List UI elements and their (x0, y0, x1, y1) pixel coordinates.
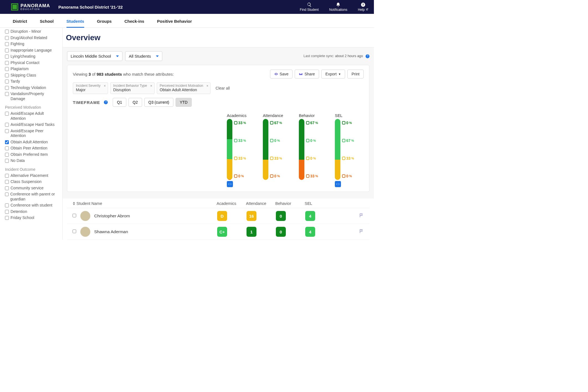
share-button[interactable]: Share (295, 70, 319, 78)
filter-checkbox[interactable] (5, 123, 9, 127)
print-button[interactable]: Print (347, 70, 364, 78)
sort-column[interactable]: Student Name (73, 201, 217, 206)
filter-option[interactable]: Conference with student (5, 203, 60, 208)
filter-checkbox[interactable] (5, 49, 9, 52)
filter-checkbox[interactable] (5, 67, 9, 71)
pct-checkbox-icon[interactable] (234, 157, 237, 160)
filter-option[interactable]: Disruption - Minor (5, 29, 60, 34)
filter-checkbox[interactable] (5, 73, 9, 77)
clear-all-button[interactable]: Clear all (215, 86, 230, 90)
table-row[interactable]: Christopher AbromD1604 (67, 208, 369, 224)
chart-expand-icon[interactable] (227, 181, 233, 187)
pct-checkbox-icon[interactable] (306, 174, 309, 178)
chart-pct[interactable]: 33% (270, 156, 282, 161)
filter-checkbox[interactable] (5, 180, 9, 184)
tab-check-ins[interactable]: Check-ins (124, 19, 144, 27)
tab-groups[interactable]: Groups (97, 19, 112, 27)
pct-checkbox-icon[interactable] (342, 121, 345, 124)
filter-option[interactable]: Alternative Placement (5, 173, 60, 178)
filter-option[interactable]: Fighting (5, 42, 60, 47)
metric-badge[interactable]: 4 (305, 227, 315, 237)
filter-checkbox[interactable] (5, 186, 9, 190)
pct-checkbox-icon[interactable] (234, 174, 237, 178)
metric-badge[interactable]: 16 (247, 211, 256, 221)
chip-remove-icon[interactable]: × (104, 84, 106, 88)
logo[interactable]: PANORAMA EDUCATION (11, 3, 50, 11)
filter-checkbox[interactable] (5, 129, 9, 133)
filter-option[interactable]: Skipping Class (5, 73, 60, 78)
chart-pct[interactable]: 0% (306, 156, 318, 161)
filter-option[interactable]: Inappropriate Language (5, 48, 60, 53)
filter-checkbox[interactable] (5, 216, 9, 220)
pct-checkbox-icon[interactable] (270, 121, 273, 124)
filter-checkbox[interactable] (5, 55, 9, 58)
filter-option[interactable]: Physical Contact (5, 60, 60, 65)
chart-pct[interactable]: 0% (270, 138, 282, 143)
district-title[interactable]: Panorama School District '21-'22 (58, 5, 123, 9)
notifications-button[interactable]: Notifications (329, 2, 347, 12)
chart-pct[interactable]: 33% (234, 138, 246, 143)
student-name[interactable]: Christopher Abrom (94, 213, 217, 218)
chart-pct[interactable]: 33% (306, 174, 318, 178)
column-header[interactable]: Academics (217, 201, 246, 206)
tab-school[interactable]: School (40, 19, 54, 27)
metric-badge[interactable]: 4 (305, 211, 315, 221)
filter-option[interactable]: Detention (5, 209, 60, 214)
help-button[interactable]: ? Help (358, 2, 368, 12)
filter-checkbox[interactable] (5, 210, 9, 214)
pct-checkbox-icon[interactable] (270, 139, 273, 142)
population-select[interactable]: All Students (125, 51, 162, 61)
timeframe-option[interactable]: Q2 (129, 98, 142, 107)
metric-badge[interactable]: 1 (247, 227, 256, 237)
metric-badge[interactable]: D (217, 211, 227, 221)
chart-pct[interactable]: 0% (342, 121, 354, 125)
find-student-button[interactable]: Find Student (300, 2, 319, 12)
column-header[interactable]: Attendance (246, 201, 275, 206)
metric-badge[interactable]: C+ (217, 227, 227, 237)
row-checkbox[interactable] (73, 214, 76, 217)
filter-checkbox[interactable] (5, 203, 9, 207)
timeframe-option[interactable]: YTD (176, 98, 192, 107)
filter-checkbox[interactable] (5, 153, 9, 157)
chart-pct[interactable]: 33% (234, 156, 246, 161)
filter-checkbox[interactable] (5, 140, 9, 144)
pct-checkbox-icon[interactable] (342, 139, 345, 142)
filter-option[interactable]: Obtain Peer Attention (5, 146, 60, 151)
tab-district[interactable]: District (13, 19, 27, 27)
filter-checkbox[interactable] (5, 92, 9, 96)
filter-option[interactable]: Vandalism/Property Damage (5, 91, 60, 101)
chart-pct[interactable]: 33% (234, 121, 246, 125)
filter-checkbox[interactable] (5, 174, 9, 178)
filter-option[interactable]: Avoid/Escape Hard Tasks (5, 122, 60, 127)
chart-pct[interactable]: 67% (270, 121, 282, 125)
filter-checkbox[interactable] (5, 112, 9, 116)
tab-students[interactable]: Students (66, 19, 84, 28)
filter-option[interactable]: Lying/cheating (5, 54, 60, 59)
metric-badge[interactable]: 0 (276, 227, 286, 237)
timeframe-help-icon[interactable]: ? (104, 100, 108, 104)
chart-pct[interactable]: 0% (306, 138, 318, 143)
flag-icon[interactable] (359, 229, 364, 234)
flag-icon[interactable] (359, 213, 364, 218)
chart-pct[interactable]: 0% (234, 174, 246, 178)
filter-option[interactable]: Obtain Preferred Item (5, 152, 60, 157)
save-button[interactable]: Save (270, 70, 293, 78)
chart-expand-icon[interactable] (335, 181, 341, 187)
filter-checkbox[interactable] (5, 61, 9, 65)
pct-checkbox-icon[interactable] (342, 157, 345, 160)
filter-option[interactable]: Drug/Alcohol Related (5, 35, 60, 40)
filter-option[interactable]: Technology Violation (5, 85, 60, 90)
filter-checkbox[interactable] (5, 42, 9, 46)
filter-checkbox[interactable] (5, 80, 9, 83)
chart-pct[interactable]: 33% (342, 156, 354, 161)
chart-pct[interactable]: 67% (342, 138, 354, 143)
filter-checkbox[interactable] (5, 86, 9, 90)
chip-remove-icon[interactable]: × (206, 84, 208, 88)
pct-checkbox-icon[interactable] (342, 174, 345, 178)
timeframe-option[interactable]: Q3 (current) (144, 98, 173, 107)
table-row[interactable]: Shawna AdermanC+104 (67, 224, 369, 240)
pct-checkbox-icon[interactable] (306, 157, 309, 160)
metric-badge[interactable]: 0 (276, 211, 286, 221)
filter-option[interactable]: Avoid/Escape Adult Attention (5, 111, 60, 121)
chart-pct[interactable]: 0% (342, 174, 354, 178)
